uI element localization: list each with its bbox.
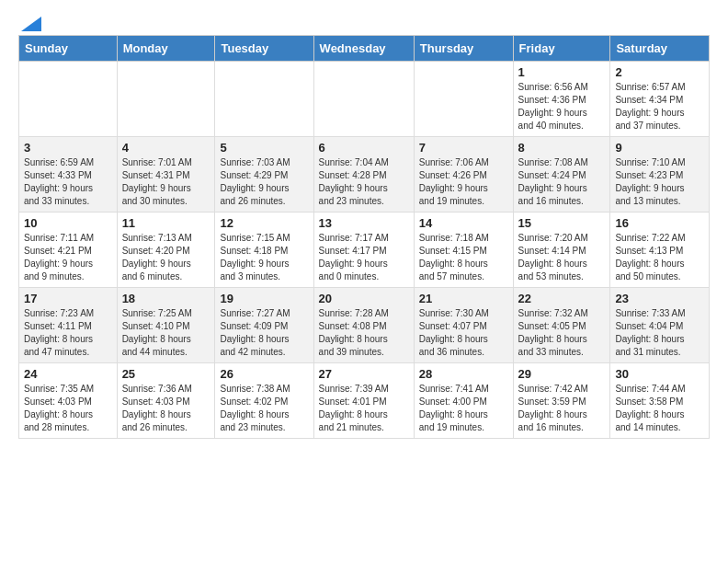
calendar-cell: 21Sunrise: 7:30 AM Sunset: 4:07 PM Dayli… bbox=[414, 288, 513, 363]
day-info: Sunrise: 7:17 AM Sunset: 4:17 PM Dayligh… bbox=[319, 232, 409, 283]
day-number: 29 bbox=[518, 367, 606, 381]
week-row: 24Sunrise: 7:35 AM Sunset: 4:03 PM Dayli… bbox=[19, 363, 710, 439]
day-info: Sunrise: 7:11 AM Sunset: 4:21 PM Dayligh… bbox=[24, 232, 112, 283]
calendar-cell: 29Sunrise: 7:42 AM Sunset: 3:59 PM Dayli… bbox=[513, 363, 610, 439]
day-info: Sunrise: 7:01 AM Sunset: 4:31 PM Dayligh… bbox=[122, 156, 210, 208]
calendar-cell: 16Sunrise: 7:22 AM Sunset: 4:13 PM Dayli… bbox=[610, 213, 710, 288]
day-number: 7 bbox=[419, 141, 508, 155]
day-number: 10 bbox=[24, 216, 112, 230]
calendar-cell: 18Sunrise: 7:25 AM Sunset: 4:10 PM Dayli… bbox=[117, 288, 215, 363]
week-row: 10Sunrise: 7:11 AM Sunset: 4:21 PM Dayli… bbox=[19, 213, 710, 288]
day-info: Sunrise: 7:08 AM Sunset: 4:24 PM Dayligh… bbox=[518, 156, 606, 208]
calendar-cell: 13Sunrise: 7:17 AM Sunset: 4:17 PM Dayli… bbox=[313, 213, 414, 288]
day-info: Sunrise: 7:42 AM Sunset: 3:59 PM Dayligh… bbox=[518, 383, 606, 434]
calendar-cell bbox=[117, 62, 215, 137]
day-header: Tuesday bbox=[215, 36, 313, 62]
day-info: Sunrise: 7:30 AM Sunset: 4:07 PM Dayligh… bbox=[419, 307, 508, 359]
day-info: Sunrise: 7:32 AM Sunset: 4:05 PM Dayligh… bbox=[518, 307, 606, 359]
day-number: 16 bbox=[615, 216, 704, 230]
header-row: SundayMondayTuesdayWednesdayThursdayFrid… bbox=[19, 36, 710, 62]
calendar-table: SundayMondayTuesdayWednesdayThursdayFrid… bbox=[18, 35, 710, 439]
day-number: 21 bbox=[419, 292, 508, 305]
day-info: Sunrise: 7:41 AM Sunset: 4:00 PM Dayligh… bbox=[419, 383, 508, 434]
week-row: 17Sunrise: 7:23 AM Sunset: 4:11 PM Dayli… bbox=[19, 288, 710, 363]
day-info: Sunrise: 7:10 AM Sunset: 4:23 PM Dayligh… bbox=[615, 156, 704, 208]
calendar-cell: 20Sunrise: 7:28 AM Sunset: 4:08 PM Dayli… bbox=[313, 288, 414, 363]
logo bbox=[18, 17, 41, 28]
day-number: 24 bbox=[24, 367, 112, 381]
calendar-cell: 8Sunrise: 7:08 AM Sunset: 4:24 PM Daylig… bbox=[513, 137, 610, 213]
calendar-cell: 26Sunrise: 7:38 AM Sunset: 4:02 PM Dayli… bbox=[215, 363, 313, 439]
calendar-cell: 27Sunrise: 7:39 AM Sunset: 4:01 PM Dayli… bbox=[313, 363, 414, 439]
day-info: Sunrise: 7:28 AM Sunset: 4:08 PM Dayligh… bbox=[319, 307, 409, 359]
day-number: 8 bbox=[518, 141, 606, 155]
day-number: 12 bbox=[220, 216, 308, 230]
day-info: Sunrise: 7:33 AM Sunset: 4:04 PM Dayligh… bbox=[615, 307, 704, 359]
day-number: 18 bbox=[122, 292, 210, 305]
day-info: Sunrise: 7:18 AM Sunset: 4:15 PM Dayligh… bbox=[419, 232, 508, 283]
day-info: Sunrise: 7:44 AM Sunset: 3:58 PM Dayligh… bbox=[615, 383, 704, 434]
day-header: Sunday bbox=[19, 36, 118, 62]
day-number: 2 bbox=[615, 65, 704, 79]
day-number: 15 bbox=[518, 216, 606, 230]
day-info: Sunrise: 7:06 AM Sunset: 4:26 PM Dayligh… bbox=[419, 156, 508, 208]
day-info: Sunrise: 7:36 AM Sunset: 4:03 PM Dayligh… bbox=[122, 383, 210, 434]
calendar-cell: 9Sunrise: 7:10 AM Sunset: 4:23 PM Daylig… bbox=[610, 137, 710, 213]
calendar-cell: 12Sunrise: 7:15 AM Sunset: 4:18 PM Dayli… bbox=[215, 213, 313, 288]
day-number: 30 bbox=[615, 367, 704, 381]
calendar-cell: 15Sunrise: 7:20 AM Sunset: 4:14 PM Dayli… bbox=[513, 213, 610, 288]
svg-marker-0 bbox=[21, 17, 41, 31]
day-info: Sunrise: 6:57 AM Sunset: 4:34 PM Dayligh… bbox=[615, 81, 704, 132]
calendar-cell: 22Sunrise: 7:32 AM Sunset: 4:05 PM Dayli… bbox=[513, 288, 610, 363]
calendar-cell: 14Sunrise: 7:18 AM Sunset: 4:15 PM Dayli… bbox=[414, 213, 513, 288]
calendar-cell: 11Sunrise: 7:13 AM Sunset: 4:20 PM Dayli… bbox=[117, 213, 215, 288]
calendar-cell: 5Sunrise: 7:03 AM Sunset: 4:29 PM Daylig… bbox=[215, 137, 313, 213]
calendar-cell: 19Sunrise: 7:27 AM Sunset: 4:09 PM Dayli… bbox=[215, 288, 313, 363]
calendar-cell bbox=[215, 62, 313, 137]
day-header: Monday bbox=[117, 36, 215, 62]
day-info: Sunrise: 6:56 AM Sunset: 4:36 PM Dayligh… bbox=[518, 81, 606, 132]
calendar-cell: 28Sunrise: 7:41 AM Sunset: 4:00 PM Dayli… bbox=[414, 363, 513, 439]
day-number: 6 bbox=[319, 141, 409, 155]
calendar-cell: 25Sunrise: 7:36 AM Sunset: 4:03 PM Dayli… bbox=[117, 363, 215, 439]
calendar-cell: 2Sunrise: 6:57 AM Sunset: 4:34 PM Daylig… bbox=[610, 62, 710, 137]
week-row: 1Sunrise: 6:56 AM Sunset: 4:36 PM Daylig… bbox=[19, 62, 710, 137]
page-header bbox=[0, 0, 728, 35]
day-number: 27 bbox=[319, 367, 409, 381]
day-number: 9 bbox=[615, 141, 704, 155]
day-info: Sunrise: 7:03 AM Sunset: 4:29 PM Dayligh… bbox=[220, 156, 308, 208]
day-header: Thursday bbox=[414, 36, 513, 62]
day-info: Sunrise: 7:22 AM Sunset: 4:13 PM Dayligh… bbox=[615, 232, 704, 283]
day-header: Friday bbox=[513, 36, 610, 62]
day-info: Sunrise: 7:27 AM Sunset: 4:09 PM Dayligh… bbox=[220, 307, 308, 359]
day-number: 14 bbox=[419, 216, 508, 230]
day-number: 26 bbox=[220, 367, 308, 381]
day-info: Sunrise: 7:04 AM Sunset: 4:28 PM Dayligh… bbox=[319, 156, 409, 208]
day-info: Sunrise: 7:35 AM Sunset: 4:03 PM Dayligh… bbox=[24, 383, 112, 434]
calendar-cell: 6Sunrise: 7:04 AM Sunset: 4:28 PM Daylig… bbox=[313, 137, 414, 213]
day-info: Sunrise: 6:59 AM Sunset: 4:33 PM Dayligh… bbox=[24, 156, 112, 208]
day-number: 1 bbox=[518, 65, 606, 79]
day-number: 4 bbox=[122, 141, 210, 155]
day-number: 20 bbox=[319, 292, 409, 305]
day-number: 5 bbox=[220, 141, 308, 155]
day-info: Sunrise: 7:20 AM Sunset: 4:14 PM Dayligh… bbox=[518, 232, 606, 283]
day-info: Sunrise: 7:23 AM Sunset: 4:11 PM Dayligh… bbox=[24, 307, 112, 359]
day-info: Sunrise: 7:39 AM Sunset: 4:01 PM Dayligh… bbox=[319, 383, 409, 434]
day-number: 25 bbox=[122, 367, 210, 381]
calendar-cell: 24Sunrise: 7:35 AM Sunset: 4:03 PM Dayli… bbox=[19, 363, 118, 439]
day-header: Wednesday bbox=[313, 36, 414, 62]
logo-icon bbox=[21, 17, 41, 31]
day-info: Sunrise: 7:25 AM Sunset: 4:10 PM Dayligh… bbox=[122, 307, 210, 359]
calendar-body: 1Sunrise: 6:56 AM Sunset: 4:36 PM Daylig… bbox=[19, 62, 710, 439]
calendar-cell bbox=[19, 62, 118, 137]
day-number: 22 bbox=[518, 292, 606, 305]
calendar-cell: 7Sunrise: 7:06 AM Sunset: 4:26 PM Daylig… bbox=[414, 137, 513, 213]
calendar-cell: 23Sunrise: 7:33 AM Sunset: 4:04 PM Dayli… bbox=[610, 288, 710, 363]
day-number: 13 bbox=[319, 216, 409, 230]
calendar-cell: 30Sunrise: 7:44 AM Sunset: 3:58 PM Dayli… bbox=[610, 363, 710, 439]
calendar-cell: 4Sunrise: 7:01 AM Sunset: 4:31 PM Daylig… bbox=[117, 137, 215, 213]
day-number: 23 bbox=[615, 292, 704, 305]
calendar-cell bbox=[313, 62, 414, 137]
calendar-cell bbox=[414, 62, 513, 137]
